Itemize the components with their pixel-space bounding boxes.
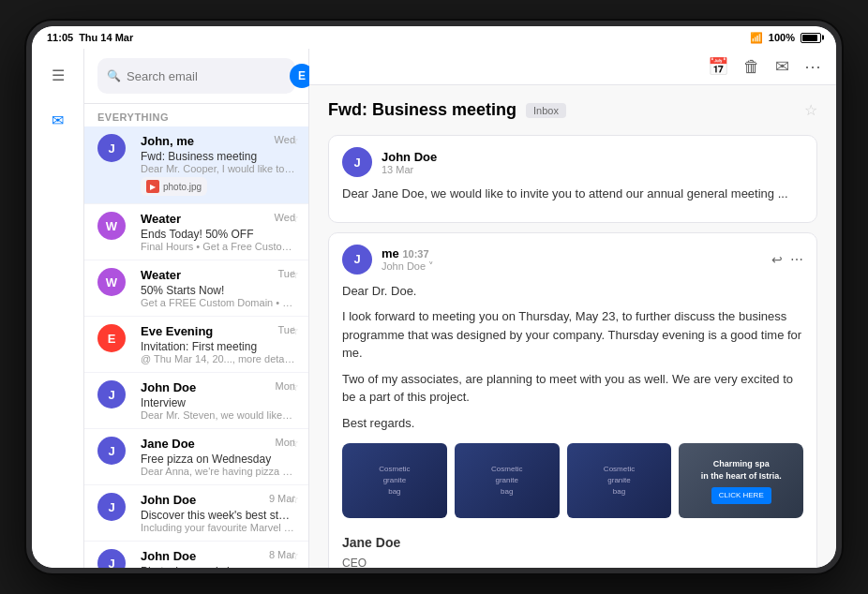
- email-list-item-0[interactable]: J John, me Wed Fwd: Business meeting Dea…: [84, 126, 308, 204]
- subject-header: Fwd: Business meeting Inbox ☆: [328, 100, 817, 120]
- email-sender-4: John Doe: [141, 380, 196, 394]
- email-content-6: John Doe 9 Mar Discover this week's best…: [141, 493, 295, 533]
- sidebar: ☰ ✉: [32, 49, 84, 568]
- msg-actions: ↩ ⋯: [771, 252, 803, 267]
- email-sender-0: John, me: [141, 134, 194, 148]
- email-content-7: John Doe 8 Mar Photoshop workshop Create…: [141, 549, 295, 568]
- email-subject-4: Interview: [141, 396, 295, 409]
- email-preview-3: @ Thu Mar 14, 20..., more details > Busi…: [141, 353, 295, 364]
- search-input[interactable]: [127, 69, 284, 83]
- email-list-header: 🔍 E: [84, 49, 308, 104]
- ad-banner: Cosmeticgranitebag Cosmeticgranitebag Co…: [342, 443, 803, 518]
- reply-icon[interactable]: ↩: [771, 252, 783, 267]
- star-icon-5[interactable]: ☆: [289, 437, 299, 450]
- email-preview-4: Dear Mr. Steven, we would like to invite…: [141, 409, 295, 421]
- email-avatar-4: J: [97, 380, 126, 408]
- reply-avatar: J: [342, 245, 372, 275]
- spa-click-button[interactable]: CLICK HERE: [711, 487, 771, 504]
- email-list-item-3[interactable]: E Eve Evening Tue Invitation: First meet…: [84, 317, 308, 373]
- mail-icon[interactable]: ✉: [775, 56, 789, 77]
- ad-book-2: Cosmeticgranitebag: [455, 443, 560, 518]
- calendar-icon[interactable]: 📅: [708, 56, 728, 77]
- email-avatar-2: W: [97, 268, 126, 296]
- detail-content: Fwd: Business meeting Inbox ☆ J John Doe…: [309, 85, 836, 568]
- email-list-item-6[interactable]: J John Doe 9 Mar Discover this week's be…: [84, 485, 308, 542]
- tablet-frame: 11:05 Thu 14 Mar 📶 100% ☰ ✉: [26, 21, 842, 573]
- more-icon[interactable]: ⋯: [804, 56, 821, 77]
- tablet-inner: 11:05 Thu 14 Mar 📶 100% ☰ ✉: [32, 26, 836, 568]
- email-attachment-0: ▶ photo.jpg: [141, 177, 207, 196]
- email-subject-7: Photoshop workshop: [141, 565, 295, 568]
- time: 11:05: [47, 32, 73, 43]
- msg-header-1: J John Doe 13 Mar: [342, 147, 803, 177]
- ad-book-3: Cosmeticgranitebag: [567, 443, 672, 518]
- star-icon-0[interactable]: ☆: [289, 134, 299, 147]
- email-preview-1: Final Hours • Get a Free Custom Domain •: [141, 241, 295, 252]
- email-detail: 📅 🗑 ✉ ⋯ Fwd: Business meeting Inbox ☆: [309, 49, 836, 568]
- trash-icon[interactable]: 🗑: [743, 57, 760, 77]
- email-list-item-4[interactable]: J John Doe Mon Interview Dear Mr. Steven…: [84, 373, 308, 429]
- sig-title: CEO: [342, 555, 803, 568]
- inbox-badge: Inbox: [526, 103, 566, 118]
- msg-sender-info-1: John Doe 13 Mar: [382, 150, 803, 175]
- battery-icon: [801, 33, 821, 43]
- email-preview-6: Including your favourite Marvel heroes a…: [141, 522, 295, 533]
- section-label: EVERYTHING: [84, 104, 308, 126]
- date: Thu 14 Mar: [79, 32, 133, 43]
- msg-sender-name-1: John Doe: [382, 150, 803, 164]
- email-preview-2: Get a FREE Custom Domain • Remove All...: [141, 297, 295, 308]
- sidebar-menu-icon[interactable]: ☰: [43, 60, 73, 90]
- star-icon-7[interactable]: ☆: [289, 549, 299, 562]
- search-bar[interactable]: 🔍 E: [97, 58, 295, 94]
- email-subject-2: 50% Starts Now!: [141, 284, 295, 297]
- attachment-name-0: photo.jpg: [163, 182, 202, 192]
- main-content: ☰ ✉ 🔍 E EVERYTHING J John, m: [32, 49, 836, 568]
- reply-message: J me 10:37 John Doe ˅ ↩ ⋯ Dear Dr. D: [328, 232, 817, 569]
- star-icon-2[interactable]: ☆: [289, 268, 299, 281]
- star-icon-3[interactable]: ☆: [289, 324, 299, 337]
- detail-toolbar: 📅 🗑 ✉ ⋯: [309, 49, 836, 85]
- detail-subject: Fwd: Business meeting: [328, 100, 516, 120]
- email-content-2: Weater Tue 50% Starts Now! Get a FREE Cu…: [141, 268, 295, 308]
- star-icon-6[interactable]: ☆: [289, 493, 299, 506]
- star-icon-4[interactable]: ☆: [289, 380, 299, 394]
- email-preview-0: Dear Mr. Cooper, I would like to introdu…: [141, 163, 295, 174]
- star-button[interactable]: ☆: [804, 101, 817, 119]
- thread-message-1: J John Doe 13 Mar Dear Jane Doe, we woul…: [328, 135, 817, 223]
- status-bar: 11:05 Thu 14 Mar 📶 100%: [32, 26, 836, 49]
- search-icon: 🔍: [107, 69, 121, 82]
- email-avatar-3: E: [97, 324, 126, 352]
- reply-more-icon[interactable]: ⋯: [790, 252, 803, 267]
- email-list-item-7[interactable]: J John Doe 8 Mar Photoshop workshop Crea…: [84, 542, 308, 568]
- msg-body-1: Dear Jane Doe, we would like to invite y…: [342, 185, 803, 203]
- email-sender-3: Eve Evening: [141, 324, 213, 338]
- sidebar-mail-icon[interactable]: ✉: [43, 105, 73, 135]
- email-list-item-1[interactable]: W Weater Wed Ends Today! 50% OFF Final H…: [84, 204, 308, 260]
- email-subject-6: Discover this week's best stories and to…: [141, 509, 295, 522]
- email-avatar-7: J: [97, 549, 126, 568]
- email-list-item-2[interactable]: W Weater Tue 50% Starts Now! Get a FREE …: [84, 260, 308, 317]
- email-avatar-1: W: [97, 212, 126, 240]
- wifi-icon: 📶: [750, 32, 763, 44]
- email-subject-3: Invitation: First meeting: [141, 340, 295, 353]
- email-content-4: John Doe Mon Interview Dear Mr. Steven, …: [141, 380, 295, 421]
- email-preview-5: Dear Anna, we're having pizza at my plac…: [141, 466, 295, 477]
- ad-spa: Charming spain the heart of Istria. CLIC…: [679, 443, 803, 518]
- email-sender-1: Weater: [141, 212, 181, 226]
- reply-body: Dear Dr. Doe. I look forward to meeting …: [342, 282, 803, 569]
- email-sender-6: John Doe: [141, 493, 196, 507]
- email-sender-5: Jane Doe: [141, 437, 195, 451]
- email-sender-2: Weater: [141, 268, 181, 282]
- reply-sub: John Doe ˅: [382, 260, 762, 273]
- email-list-item-5[interactable]: J Jane Doe Mon Free pizza on Wednesday D…: [84, 429, 308, 485]
- reply-header: J me 10:37 John Doe ˅ ↩ ⋯: [342, 245, 803, 275]
- msg-date-1: 13 Mar: [382, 164, 803, 175]
- email-subject-0: Fwd: Business meeting: [141, 150, 295, 163]
- signature-block: Jane Doe CEO M Melusine Melusine d.o.o.: [342, 533, 803, 568]
- email-subject-5: Free pizza on Wednesday: [141, 453, 295, 466]
- battery-percent: 100%: [769, 32, 795, 43]
- email-sender-7: John Doe: [141, 549, 196, 563]
- star-icon-1[interactable]: ☆: [289, 212, 299, 225]
- reply-sender: me 10:37: [382, 246, 762, 260]
- email-content-1: Weater Wed Ends Today! 50% OFF Final Hou…: [141, 212, 295, 252]
